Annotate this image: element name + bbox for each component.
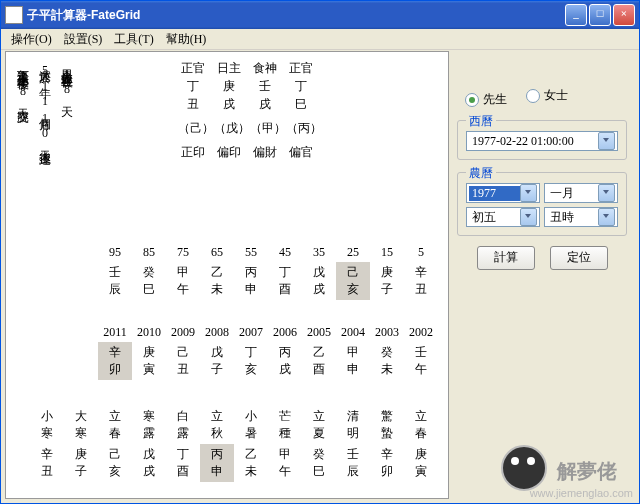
row-jieqi: 小寒大寒立春寒露白露立秋小暑芒種立夏清明驚蟄立春 <box>30 406 438 444</box>
watermark-url: www.jiemenglao.com <box>530 487 633 499</box>
group-solar-legend: 西曆 <box>466 113 496 130</box>
info-col-1: 每逢丁壬之年小寒後28天交脫 <box>14 60 30 102</box>
pillar-month: 食神壬戌（甲）偏財 <box>250 60 280 162</box>
row-month-gz: 辛丑庚子己亥戊戌丁酉丙申乙未甲午癸巳壬辰辛卯庚寅 <box>30 444 438 482</box>
locate-button[interactable]: 定位 <box>550 246 608 270</box>
maximize-button[interactable]: □ <box>589 4 611 26</box>
row-liunian: 辛卯庚寅己丑戊子丁亥丙戌乙酉甲申癸未壬午 <box>98 342 438 380</box>
pillar-day: 日主庚戌（戊）偏印 <box>214 60 244 162</box>
watermark-text: 解夢佬 <box>557 458 617 485</box>
chevron-down-icon[interactable] <box>598 184 615 202</box>
sidebar: 先生 女士 西曆 1977-02-22 01:00:00 農曆 1977 一月 … <box>449 51 635 499</box>
lunar-hour-select[interactable]: 丑時 <box>544 207 618 227</box>
app-window: 子平計算器-FateGrid _ □ × 操作(O) 設置(S) 工具(T) 幫… <box>0 0 640 504</box>
client-area: 每逢丁壬之年小寒後28天交脫 大運於5年11個月10天後上運 男命生於立春後18… <box>5 51 635 499</box>
group-lunar: 農曆 1977 一月 初五 丑時 <box>457 172 627 236</box>
row-dayun: 壬辰癸巳甲午乙未丙申丁酉戊戌己亥庚子辛丑 <box>98 262 438 300</box>
group-lunar-legend: 農曆 <box>466 165 496 182</box>
pillar-hour: 正官丁丑（己）正印 <box>178 60 208 162</box>
row-years: 2011201020092008200720062005200420032002 <box>98 300 438 342</box>
app-icon <box>5 6 23 24</box>
calc-button[interactable]: 計算 <box>477 246 535 270</box>
window-title: 子平計算器-FateGrid <box>27 7 563 24</box>
info-col-2: 大運於5年11個月10天後上運 <box>36 60 52 145</box>
lunar-day-select[interactable]: 初五 <box>466 207 540 227</box>
solar-datetime-picker[interactable]: 1977-02-22 01:00:00 <box>466 131 618 151</box>
row-ages: 9585756555453525155 <box>98 242 438 262</box>
chevron-down-icon[interactable] <box>520 184 537 202</box>
minimize-button[interactable]: _ <box>565 4 587 26</box>
titlebar[interactable]: 子平計算器-FateGrid _ □ × <box>1 1 639 29</box>
radio-female[interactable]: 女士 <box>526 87 568 104</box>
lunar-year-select[interactable]: 1977 <box>466 183 540 203</box>
chart-panel: 每逢丁壬之年小寒後28天交脫 大運於5年11個月10天後上運 男命生於立春後18… <box>5 51 449 499</box>
menu-help[interactable]: 幫助(H) <box>160 29 213 50</box>
menu-tools[interactable]: 工具(T) <box>108 29 159 50</box>
lunar-month-select[interactable]: 一月 <box>544 183 618 203</box>
watermark-icon <box>501 445 547 491</box>
menu-settings[interactable]: 設置(S) <box>58 29 109 50</box>
fate-grid: 9585756555453525155 壬辰癸巳甲午乙未丙申丁酉戊戌己亥庚子辛丑… <box>98 242 438 482</box>
close-button[interactable]: × <box>613 4 635 26</box>
pillar-year: 正官丁巳（丙）偏官 <box>286 60 316 162</box>
info-col-3: 男命生於立春後18天 <box>58 60 74 98</box>
menu-operate[interactable]: 操作(O) <box>5 29 58 50</box>
chevron-down-icon[interactable] <box>598 208 615 226</box>
group-solar: 西曆 1977-02-22 01:00:00 <box>457 120 627 160</box>
radio-male[interactable]: 先生 <box>465 91 507 108</box>
chevron-down-icon[interactable] <box>598 132 615 150</box>
chevron-down-icon[interactable] <box>520 208 537 226</box>
menubar: 操作(O) 設置(S) 工具(T) 幫助(H) <box>1 29 639 50</box>
